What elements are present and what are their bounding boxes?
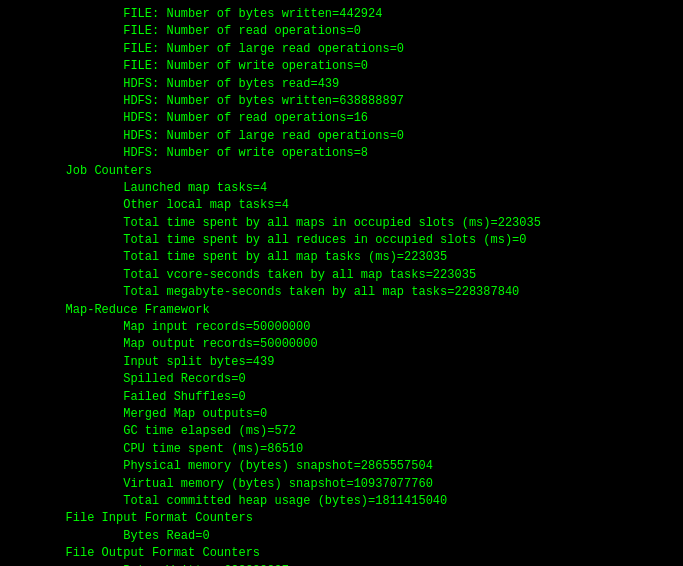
terminal-line: GC time elapsed (ms)=572	[8, 423, 675, 440]
terminal-line: Map input records=50000000	[8, 319, 675, 336]
terminal-line: Map output records=50000000	[8, 336, 675, 353]
terminal-line: Input split bytes=439	[8, 354, 675, 371]
terminal-line: Physical memory (bytes) snapshot=2865557…	[8, 458, 675, 475]
terminal-line: Spilled Records=0	[8, 371, 675, 388]
terminal-line: FILE: Number of read operations=0	[8, 23, 675, 40]
terminal-line: Map-Reduce Framework	[8, 302, 675, 319]
terminal-line: Other local map tasks=4	[8, 197, 675, 214]
terminal-line: HDFS: Number of read operations=16	[8, 110, 675, 127]
terminal-line: FILE: Number of bytes written=442924	[8, 6, 675, 23]
terminal-line: HDFS: Number of bytes read=439	[8, 76, 675, 93]
terminal-line: File Input Format Counters	[8, 510, 675, 527]
terminal-line: Bytes Read=0	[8, 528, 675, 545]
terminal-line: Failed Shuffles=0	[8, 389, 675, 406]
terminal-line: Total time spent by all map tasks (ms)=2…	[8, 249, 675, 266]
terminal-line: Virtual memory (bytes) snapshot=10937077…	[8, 476, 675, 493]
terminal-line: HDFS: Number of large read operations=0	[8, 128, 675, 145]
terminal-line: Merged Map outputs=0	[8, 406, 675, 423]
terminal-line: FILE: Number of write operations=0	[8, 58, 675, 75]
terminal-line: Bytes Written=638888897	[8, 563, 675, 567]
terminal-line: File Output Format Counters	[8, 545, 675, 562]
terminal-line: HDFS: Number of write operations=8	[8, 145, 675, 162]
terminal-line: Total megabyte-seconds taken by all map …	[8, 284, 675, 301]
terminal-line: Launched map tasks=4	[8, 180, 675, 197]
terminal-line: Job Counters	[8, 163, 675, 180]
terminal-window: FILE: Number of bytes written=442924 FIL…	[0, 0, 683, 566]
terminal-line: HDFS: Number of bytes written=638888897	[8, 93, 675, 110]
terminal-line: CPU time spent (ms)=86510	[8, 441, 675, 458]
terminal-line: Total time spent by all maps in occupied…	[8, 215, 675, 232]
terminal-line: Total vcore-seconds taken by all map tas…	[8, 267, 675, 284]
terminal-line: FILE: Number of large read operations=0	[8, 41, 675, 58]
terminal-line: Total committed heap usage (bytes)=18114…	[8, 493, 675, 510]
terminal-line: Total time spent by all reduces in occup…	[8, 232, 675, 249]
